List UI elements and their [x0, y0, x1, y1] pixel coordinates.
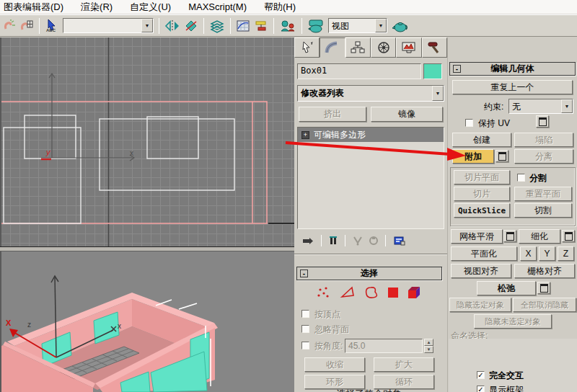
menu-maxscript[interactable]: MAXScript(M) — [188, 1, 247, 12]
planar-x-button[interactable]: X — [520, 246, 537, 261]
axis-z-label: z — [27, 321, 31, 329]
element-icon[interactable] — [408, 287, 420, 298]
meshsmooth-settings-button[interactable] — [503, 230, 516, 242]
cut-button[interactable]: 切割 — [514, 203, 572, 218]
edit-geometry-rollout-header[interactable]: - 编辑几何体 — [449, 62, 576, 76]
curve-editor-icon[interactable] — [236, 19, 250, 33]
tessellate-button[interactable]: 细化 — [519, 229, 560, 244]
menu-help[interactable]: 帮助(H) — [264, 1, 296, 14]
tab-display[interactable] — [396, 37, 421, 58]
unhide-all-button[interactable]: 全部取消隐藏 — [513, 298, 576, 312]
dropdown-arrow-icon[interactable]: ▼ — [561, 99, 573, 113]
tab-hierarchy[interactable] — [345, 37, 371, 58]
tab-create[interactable] — [294, 37, 320, 58]
quick-render-icon[interactable] — [391, 18, 410, 34]
mirror-icon[interactable] — [164, 19, 180, 33]
dropdown-arrow-icon[interactable]: ▼ — [432, 86, 444, 101]
tab-utilities[interactable] — [422, 37, 447, 58]
ring-button[interactable]: 环形 — [304, 375, 365, 389]
unlink-icon[interactable] — [3, 19, 16, 33]
attach-button[interactable]: 附加 — [452, 149, 494, 164]
tab-modify[interactable] — [320, 37, 345, 58]
expand-icon[interactable]: + — [301, 131, 309, 139]
render-preset-combo[interactable]: 视图 ▼ — [328, 18, 387, 33]
separator — [345, 235, 345, 246]
tessellate-settings-button[interactable] — [562, 230, 575, 242]
perspective-viewport[interactable]: z X x — [0, 251, 294, 392]
preserve-uv-settings-button[interactable] — [536, 115, 549, 128]
split-checkbox[interactable] — [517, 174, 525, 182]
shrink-button[interactable]: 收缩 — [304, 357, 365, 372]
preserve-uv-checkbox[interactable] — [465, 119, 473, 127]
pin-icon[interactable] — [301, 235, 314, 246]
object-color-swatch[interactable] — [423, 63, 442, 79]
schematic-view-icon[interactable] — [254, 19, 268, 33]
view-align-button[interactable]: 视图对齐 — [451, 264, 511, 278]
show-end-result-icon[interactable] — [328, 235, 338, 246]
ignore-backfacing-checkbox[interactable] — [301, 325, 309, 333]
modifier-list-dropdown[interactable]: 修改器列表 ▼ — [297, 85, 444, 102]
collapse-icon[interactable]: - — [300, 270, 308, 277]
configure-modifier-sets-icon[interactable] — [392, 235, 405, 246]
top-viewport[interactable]: y x — [0, 37, 294, 246]
attach-settings-button[interactable] — [495, 150, 508, 162]
angle-value-field[interactable]: 45.0 — [345, 339, 423, 353]
stack-item-editable-poly[interactable]: + 可编辑多边形 — [298, 128, 444, 142]
modifier-stack[interactable]: + 可编辑多边形 — [297, 127, 444, 229]
menu-track-view[interactable]: 图表编辑器(D) — [4, 1, 63, 14]
slice-button[interactable]: 切片 — [454, 187, 510, 201]
selection-rollout-header[interactable]: - 选择 — [296, 267, 442, 280]
axis-x-label: x — [130, 149, 133, 157]
selection-filter-combo[interactable]: ▼ — [63, 18, 154, 33]
dropdown-arrow-icon[interactable]: ▼ — [375, 19, 387, 32]
named-sets-icon[interactable] — [279, 19, 296, 33]
edge-icon[interactable] — [342, 288, 353, 297]
meshsmooth-button[interactable]: 网格平滑 — [451, 229, 503, 244]
collapse-button[interactable]: 塌陷 — [514, 133, 573, 147]
detach-button[interactable]: 分离 — [514, 149, 573, 164]
mirror-button[interactable]: 镜像 — [371, 107, 443, 122]
bind-icon[interactable] — [19, 19, 34, 33]
spin-down-icon[interactable]: ▼ — [424, 346, 433, 353]
angle-spinner[interactable]: ▲ ▼ — [424, 339, 433, 353]
select-by-name-icon[interactable]: ABC — [45, 18, 59, 34]
show-cage-checkbox[interactable]: ✓ — [477, 386, 485, 392]
spin-up-icon[interactable]: ▲ — [424, 339, 433, 346]
repeat-last-button[interactable]: 重复上一个 — [452, 80, 573, 94]
menu-rendering[interactable]: 渲染(R) — [81, 1, 113, 14]
loop-button[interactable]: 循环 — [374, 375, 434, 389]
make-unique-icon[interactable] — [352, 235, 364, 246]
vertex-icon[interactable] — [317, 287, 328, 297]
by-angle-checkbox[interactable] — [301, 342, 309, 349]
constraints-dropdown[interactable]: 无 ▼ — [508, 99, 573, 114]
grid-align-button[interactable]: 栅格对齐 — [514, 264, 575, 278]
tab-motion[interactable] — [371, 37, 396, 58]
quickslice-button[interactable]: QuickSlice — [454, 203, 510, 218]
reset-plane-button[interactable]: 重置平面 — [514, 187, 572, 201]
planar-z-button[interactable]: Z — [558, 246, 574, 261]
dropdown-arrow-icon[interactable]: ▼ — [141, 19, 153, 32]
polygon-icon[interactable] — [388, 288, 398, 298]
hide-unselected-button[interactable]: 隐藏未选定对象 — [474, 314, 552, 329]
remove-modifier-icon[interactable] — [369, 235, 379, 246]
relax-settings-button[interactable] — [537, 282, 550, 294]
menu-customize[interactable]: 自定义(U) — [130, 1, 171, 14]
viewport-splitter[interactable] — [0, 246, 294, 251]
extrude-button[interactable]: 挤出 — [299, 107, 366, 122]
room-model: z X x — [1, 251, 296, 392]
border-icon[interactable] — [366, 288, 377, 298]
render-setup-icon[interactable] — [307, 18, 325, 34]
grow-button[interactable]: 扩大 — [374, 357, 434, 372]
slice-plane-button[interactable]: 切片平面 — [454, 170, 510, 184]
relax-button[interactable]: 松弛 — [477, 281, 536, 295]
layers-icon[interactable] — [209, 19, 225, 33]
object-name-field[interactable]: Box01 — [297, 63, 421, 79]
planar-y-button[interactable]: Y — [539, 246, 555, 261]
by-vertex-checkbox[interactable] — [301, 310, 309, 318]
create-button[interactable]: 创建 — [452, 133, 511, 147]
hide-selected-button[interactable]: 隐藏选定对象 — [449, 298, 511, 312]
make-planar-button[interactable]: 平面化 — [451, 246, 517, 261]
align-icon[interactable] — [184, 19, 198, 33]
full-interactivity-checkbox[interactable]: ✓ — [477, 371, 485, 379]
collapse-icon[interactable]: - — [453, 65, 461, 73]
